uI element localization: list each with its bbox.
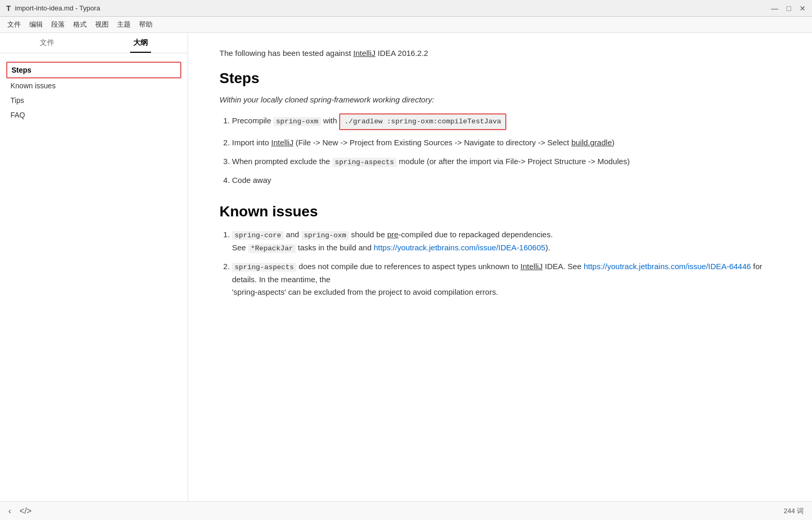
step-4: Code away xyxy=(232,174,781,187)
ki1-code-spring-oxm: spring-oxm xyxy=(301,231,349,240)
sidebar-content: Steps Known issues Tips FAQ xyxy=(0,53,188,501)
content-area[interactable]: The following has been tested against In… xyxy=(188,33,812,501)
window-controls: — □ ✕ xyxy=(771,5,806,12)
menu-edit[interactable]: 编辑 xyxy=(26,19,46,30)
bottom-bar: ‹ </> 244 词 xyxy=(0,501,812,520)
menu-theme[interactable]: 主题 xyxy=(114,19,134,30)
maximize-button[interactable]: □ xyxy=(787,5,791,12)
step2-text-import: Import into xyxy=(232,138,271,147)
ki2-text-2: IDEA. See xyxy=(545,262,584,271)
step-1: Precompile spring-oxm with ./gradlew :sp… xyxy=(232,113,781,130)
steps-heading: Steps xyxy=(219,70,781,87)
ki2-text-4: 'spring-aspects' can be excluded from th… xyxy=(232,287,498,296)
ki1-pre-underline: pre xyxy=(387,230,399,239)
intellij-link-step2: IntelliJ xyxy=(271,138,294,147)
step2-text-file: (File -> New -> Project from Existing So… xyxy=(294,138,572,147)
step3-text-after: module (or after the import via File-> P… xyxy=(397,157,630,166)
tab-file[interactable]: 文件 xyxy=(0,33,94,53)
build-gradle-link: build.gradle xyxy=(571,138,612,147)
ki1-text-tasks: tasks in the build and xyxy=(296,243,374,252)
step2-paren-close: ) xyxy=(612,138,614,147)
menu-file[interactable]: 文件 xyxy=(4,19,24,30)
tab-outline[interactable]: 大纲 xyxy=(94,33,188,53)
window-title: import-into-idea.md - Typora xyxy=(15,4,100,12)
titlebar: T import-into-idea.md - Typora — □ ✕ xyxy=(0,0,812,17)
known-issues-list: spring-core and spring-oxm should be pre… xyxy=(232,228,781,298)
ki2-text-1: does not compile due to references to as… xyxy=(299,262,520,271)
minimize-button[interactable]: — xyxy=(771,5,779,12)
sidebar-item-known-issues[interactable]: Known issues xyxy=(6,78,181,93)
step3-code-spring-aspects: spring-aspects xyxy=(332,158,397,167)
ki2-code-spring-aspects: spring-aspects xyxy=(232,263,296,272)
menu-help[interactable]: 帮助 xyxy=(136,19,156,30)
step-2: Import into IntelliJ (File -> New -> Pro… xyxy=(232,136,781,149)
sidebar-item-steps[interactable]: Steps xyxy=(6,62,181,78)
steps-list: Precompile spring-oxm with ./gradlew :sp… xyxy=(232,113,781,187)
step-3: When prompted exclude the spring-aspects… xyxy=(232,155,781,168)
step4-text: Code away xyxy=(232,176,271,184)
ki1-text-and: and xyxy=(286,230,301,239)
main-container: 文件 大纲 Steps Known issues Tips FAQ The fo… xyxy=(0,33,812,501)
bottom-nav: ‹ </> xyxy=(8,506,31,516)
ki1-text-see: See xyxy=(232,243,248,252)
step3-text-before: When prompted exclude the xyxy=(232,157,332,166)
step1-code-spring-oxm: spring-oxm xyxy=(273,117,321,126)
word-count: 244 词 xyxy=(784,506,804,516)
step1-text-with: with xyxy=(321,116,339,125)
step1-text-precompile: Precompile xyxy=(232,116,273,125)
ki1-text-should: should be pre-compiled due to repackaged… xyxy=(351,230,553,239)
ki1-link[interactable]: https://youtrack.jetbrains.com/issue/IDE… xyxy=(374,243,546,252)
step1-code-gradle: ./gradlew :spring-oxm:compileTestJava xyxy=(339,113,506,130)
steps-intro: Within your locally cloned spring-framew… xyxy=(219,95,781,104)
menu-format[interactable]: 格式 xyxy=(70,19,90,30)
menubar: 文件 编辑 段落 格式 视图 主题 帮助 xyxy=(0,17,812,33)
known-issues-heading: Known issues xyxy=(219,203,781,220)
code-button[interactable]: </> xyxy=(19,506,31,516)
menu-view[interactable]: 视图 xyxy=(92,19,112,30)
close-button[interactable]: ✕ xyxy=(799,5,806,12)
sidebar-item-tips[interactable]: Tips xyxy=(6,93,181,108)
ki1-code-spring-core: spring-core xyxy=(232,231,284,240)
intellij-link-ki2: IntelliJ xyxy=(520,262,543,271)
prev-button[interactable]: ‹ xyxy=(8,506,11,516)
ki2-link[interactable]: https://youtrack.jetbrains.com/issue/IDE… xyxy=(584,262,751,271)
intro-paragraph: The following has been tested against In… xyxy=(219,49,781,57)
app-icon: T xyxy=(6,4,11,13)
sidebar: 文件 大纲 Steps Known issues Tips FAQ xyxy=(0,33,188,501)
known-issue-1: spring-core and spring-oxm should be pre… xyxy=(232,228,781,254)
sidebar-item-faq[interactable]: FAQ xyxy=(6,108,181,122)
menu-paragraph[interactable]: 段落 xyxy=(48,19,68,30)
titlebar-left: T import-into-idea.md - Typora xyxy=(6,4,100,13)
sidebar-tabs: 文件 大纲 xyxy=(0,33,188,53)
intellij-link-intro: IntelliJ xyxy=(353,49,376,57)
known-issue-2: spring-aspects does not compile due to r… xyxy=(232,260,781,298)
ki1-text-end: ). xyxy=(546,243,550,252)
ki1-code-repackjar: *RepackJar xyxy=(248,244,296,253)
known-issues-section: Known issues spring-core and spring-oxm … xyxy=(219,203,781,298)
